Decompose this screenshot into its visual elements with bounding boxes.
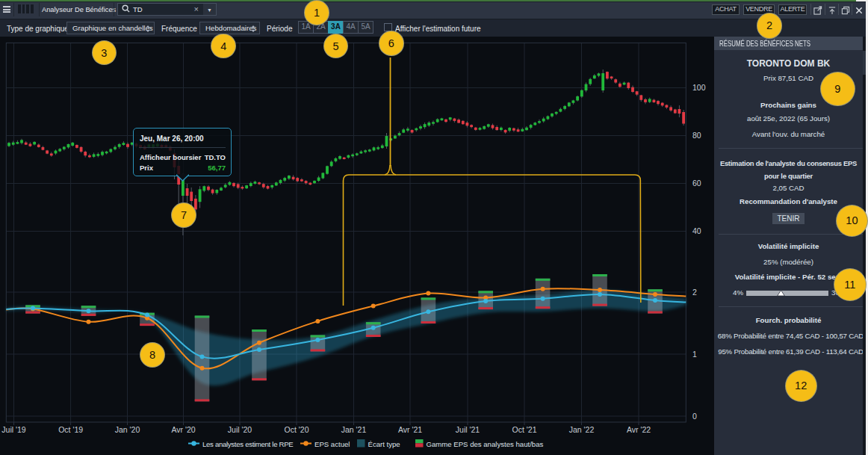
svg-text:Avr '21: Avr '21 (398, 425, 422, 434)
svg-text:Jan '20: Jan '20 (115, 425, 140, 434)
svg-text:Juil '20: Juil '20 (228, 425, 252, 434)
svg-text:EPS actuel: EPS actuel (314, 440, 350, 448)
svg-text:Oct '19: Oct '19 (58, 425, 83, 434)
svg-text:Avr '20: Avr '20 (171, 425, 195, 434)
svg-text:1: 1 (692, 350, 697, 359)
svg-text:2: 2 (692, 288, 697, 297)
svg-text:Oct '21: Oct '21 (512, 425, 537, 434)
svg-text:Avr '22: Avr '22 (627, 425, 651, 434)
svg-text:Oct '20: Oct '20 (285, 425, 309, 434)
svg-text:0: 0 (692, 412, 697, 421)
svg-text:40: 40 (692, 226, 701, 235)
svg-text:Jan '21: Jan '21 (341, 425, 367, 434)
svg-text:Juil '21: Juil '21 (456, 425, 480, 434)
svg-text:60: 60 (692, 179, 701, 188)
svg-text:Écart type: Écart type (368, 440, 400, 448)
svg-text:Gamme EPS des analystes haut/b: Gamme EPS des analystes haut/bas (427, 440, 544, 448)
svg-text:100: 100 (692, 83, 706, 92)
svg-text:80: 80 (692, 131, 701, 140)
svg-text:Jan '22: Jan '22 (569, 425, 595, 434)
svg-text:Les analystes estiment le RPE: Les analystes estiment le RPE (202, 440, 293, 448)
svg-text:Juil '19: Juil '19 (1, 425, 26, 434)
